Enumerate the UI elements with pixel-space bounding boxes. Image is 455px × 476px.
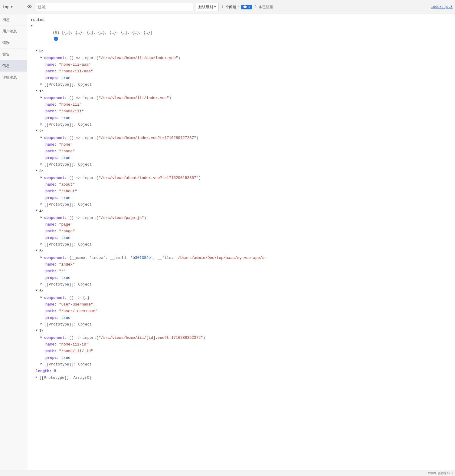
routes-label: routes xyxy=(31,17,44,23)
filter-input[interactable] xyxy=(35,3,193,11)
toolbar: top ▼ 👁 默认级别 ▼ 1 个问题： 💬 1 2 条已隐藏 index.j… xyxy=(0,0,455,14)
entry-7-component[interactable]: component: () => import("/src/views/home… xyxy=(31,335,455,341)
entry-6-prototype[interactable]: [[Prototype]]: Object xyxy=(31,321,455,328)
entry-7-index[interactable]: 7: xyxy=(31,328,455,335)
sidebar-label-messages: 消息 xyxy=(2,18,10,22)
entry-0-prototype[interactable]: [[Prototype]]: Object xyxy=(31,81,455,88)
entry-4-proto-arrow[interactable] xyxy=(41,242,44,246)
entry-5-proto-arrow[interactable] xyxy=(41,282,44,286)
sidebar-item-user-messages[interactable]: 用户消息 xyxy=(0,26,27,37)
sidebar-item-warnings[interactable]: 警告 xyxy=(0,49,27,60)
entry-4-component[interactable]: component: () => import("/src/views/page… xyxy=(31,215,455,221)
entry-7-component-arrow[interactable] xyxy=(41,335,44,340)
level-dropdown[interactable]: 默认级别 ▼ xyxy=(196,3,219,11)
entry-2-component-arrow[interactable] xyxy=(41,135,44,140)
entry-1-arrow[interactable] xyxy=(36,88,39,93)
entry-1-component[interactable]: component: () => import("/src/views/home… xyxy=(31,95,455,101)
entry-4-arrow[interactable] xyxy=(36,208,39,213)
entry-3-props: props: true xyxy=(31,195,455,201)
sidebar-item-errors[interactable]: 错误 xyxy=(0,37,27,49)
sidebar-label-user-messages: 用户消息 xyxy=(2,29,17,34)
entry-6-props: props: true xyxy=(31,315,455,321)
entry-5-name: name: "index" xyxy=(31,261,455,268)
entry-4-component-arrow[interactable] xyxy=(41,215,44,220)
info-icon: i xyxy=(54,37,58,41)
context-dropdown-arrow: ▼ xyxy=(11,5,12,9)
array-proto-arrow[interactable] xyxy=(36,375,39,380)
bottom-bar: CSDN @读程173 xyxy=(0,470,455,476)
entry-6-path: path: "/user/:username" xyxy=(31,308,455,315)
entry-3-path: path: "/about" xyxy=(31,188,455,195)
entry-7-props: props: true xyxy=(31,355,455,361)
entry-2-index[interactable]: 2: xyxy=(31,128,455,135)
array-summary-row[interactable]: (8) [{…}, {…}, {…}, {…}, {…}, {…}, {…}, … xyxy=(31,23,455,48)
entry-3-component[interactable]: component: () => import("/src/views/abou… xyxy=(31,175,455,181)
array-prototype-row[interactable]: [[Prototype]]: Array(0) xyxy=(31,375,455,381)
entry-2-proto-arrow[interactable] xyxy=(41,162,44,167)
entry-3-index[interactable]: 3: xyxy=(31,168,455,175)
entry-5-index[interactable]: 5: xyxy=(31,248,455,255)
entry-3-component-arrow[interactable] xyxy=(41,175,44,180)
issues-label: 1 个问题： xyxy=(221,5,240,10)
entry-3-label: 3: xyxy=(39,168,44,174)
entry-3-prototype[interactable]: [[Prototype]]: Object xyxy=(31,201,455,208)
entry-6-proto-arrow[interactable] xyxy=(41,322,44,326)
sidebar-item-verbose[interactable]: 详细消息 xyxy=(0,72,27,83)
entry-1-index[interactable]: 1: xyxy=(31,88,455,95)
entry-4-index[interactable]: 4: xyxy=(31,208,455,215)
entry-5-path: path: "/" xyxy=(31,268,455,275)
entry-3-name: name: "about" xyxy=(31,181,455,188)
entry-7-path: path: "/home/iii/:id" xyxy=(31,348,455,355)
context-label: top xyxy=(2,5,9,9)
entry-6-label: 6: xyxy=(39,288,44,294)
issues-count[interactable]: 💬 1 xyxy=(241,5,252,9)
entry-0-component-arrow[interactable] xyxy=(41,55,44,60)
entry-0-proto-arrow[interactable] xyxy=(41,82,44,87)
entry-4-prototype[interactable]: [[Prototype]]: Object xyxy=(31,241,455,248)
entry-2-arrow[interactable] xyxy=(36,128,39,133)
entry-1-prototype[interactable]: [[Prototype]]: Object xyxy=(31,121,455,128)
entry-5-label: 5: xyxy=(39,248,44,254)
entry-2-props: props: true xyxy=(31,155,455,161)
entry-0-component[interactable]: component: () => import("/src/views/home… xyxy=(31,55,455,61)
entry-7-prototype[interactable]: [[Prototype]]: Object xyxy=(31,361,455,368)
entry-2-component[interactable]: component: () => import("/src/views/home… xyxy=(31,135,455,141)
sidebar-item-info[interactable]: 信息 xyxy=(0,60,27,72)
entry-0-path: path: "/home/iii/aaa" xyxy=(31,68,455,75)
array-expand-arrow[interactable] xyxy=(31,24,34,28)
entry-2-path: path: "/home" xyxy=(31,148,455,155)
length-row: length: 8 xyxy=(31,368,455,375)
file-link[interactable]: index.js:3 xyxy=(431,5,453,9)
level-label: 默认级别 xyxy=(198,5,213,10)
entry-5-component[interactable]: component: {__name: 'index', __hmrId: 'b… xyxy=(31,255,455,261)
entry-6-component[interactable]: component: () => {…} xyxy=(31,295,455,301)
entry-1-label: 1: xyxy=(39,88,44,94)
eye-icon[interactable]: 👁 xyxy=(27,4,33,10)
entry-1-props: props: true xyxy=(31,115,455,121)
array-summary: (8) [{…}, {…}, {…}, {…}, {…}, {…}, {…}, … xyxy=(34,24,152,48)
entry-6-index[interactable]: 6: xyxy=(31,288,455,295)
entry-0-arrow[interactable] xyxy=(36,48,39,53)
entry-4-name: name: "page" xyxy=(31,221,455,228)
entry-7-arrow[interactable] xyxy=(36,328,39,333)
entry-0-name: name: "home-iii-aaa" xyxy=(31,61,455,68)
entry-5-props: props: true xyxy=(31,275,455,281)
entry-1-proto-arrow[interactable] xyxy=(41,122,44,127)
console-area: routes (8) [{…}, {…}, {…}, {…}, {…}, {…}… xyxy=(27,14,455,470)
entry-6-arrow[interactable] xyxy=(36,288,39,293)
entry-5-prototype[interactable]: [[Prototype]]: Object xyxy=(31,281,455,288)
entry-1-component-arrow[interactable] xyxy=(41,95,44,100)
sidebar-item-messages[interactable]: 消息 xyxy=(0,14,27,26)
entry-2-prototype[interactable]: [[Prototype]]: Object xyxy=(31,161,455,168)
sidebar-label-verbose: 详细消息 xyxy=(2,75,17,80)
entry-7-proto-arrow[interactable] xyxy=(41,362,44,366)
entry-1-path: path: "/home/iii" xyxy=(31,108,455,115)
entry-4-label: 4: xyxy=(39,208,44,214)
entry-0-index[interactable]: 0: xyxy=(31,48,455,55)
entry-3-proto-arrow[interactable] xyxy=(41,202,44,207)
entry-5-component-arrow[interactable] xyxy=(41,255,44,260)
context-selector[interactable]: top ▼ xyxy=(2,5,24,9)
entry-6-component-arrow[interactable] xyxy=(41,295,44,300)
entry-5-arrow[interactable] xyxy=(36,248,39,253)
entry-3-arrow[interactable] xyxy=(36,168,39,173)
